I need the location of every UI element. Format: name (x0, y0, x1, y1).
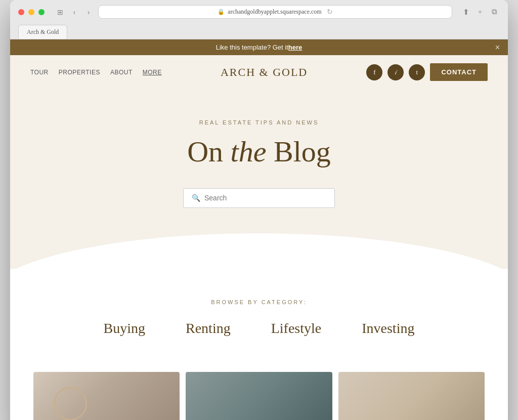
browser-window: ⊞ ‹ › 🔒 archandgoldbyapplet.squarespace.… (10, 0, 508, 420)
contact-button[interactable]: CONTACT (430, 63, 488, 81)
blog-image-1[interactable] (33, 372, 180, 420)
twitter-icon[interactable]: t (409, 64, 425, 80)
blog-image-3[interactable] (338, 372, 485, 420)
instagram-icon[interactable]: 𝑖 (387, 64, 404, 80)
refresh-icon[interactable]: ↻ (327, 8, 333, 16)
url-text: archandgoldbyapplet.squarespace.com (228, 8, 321, 16)
category-lifestyle[interactable]: Lifestyle (271, 320, 322, 337)
sidebar-toggle[interactable]: ⊞ (55, 7, 66, 18)
nav-more[interactable]: MORE (143, 69, 162, 76)
nav-links: TOUR PROPERTIES ABOUT MORE (30, 69, 162, 76)
lock-icon: 🔒 (218, 9, 225, 15)
search-input[interactable] (204, 194, 326, 202)
announcement-text: Like this template? Get it (216, 44, 288, 51)
categories-list: Buying Renting Lifestyle Investing (30, 320, 488, 337)
hero-title-plain2: Blog (266, 135, 330, 168)
close-button[interactable] (18, 9, 24, 15)
new-tab-icon[interactable]: + (474, 7, 486, 18)
minimize-button[interactable] (28, 9, 34, 15)
announcement-bar: Like this template? Get it here × (10, 39, 508, 55)
forward-button[interactable]: › (83, 7, 94, 18)
browser-chrome: ⊞ ‹ › 🔒 archandgoldbyapplet.squarespace.… (10, 0, 508, 39)
category-renting[interactable]: Renting (186, 320, 231, 337)
browse-label: BROWSE BY CATEGORY: (30, 299, 488, 305)
hero-title: On the Blog (30, 136, 488, 168)
hero-section: REAL ESTATE TIPS AND NEWS On the Blog 🔍 (10, 89, 508, 269)
announcement-link[interactable]: here (288, 44, 302, 51)
fullscreen-button[interactable] (38, 9, 45, 15)
website-content: Like this template? Get it here × TOUR P… (10, 39, 508, 420)
tabs-icon[interactable]: ⧉ (489, 7, 500, 18)
blog-images-row (10, 357, 508, 420)
share-icon[interactable]: ⬆ (460, 7, 471, 18)
search-icon: 🔍 (192, 194, 200, 202)
back-button[interactable]: ‹ (69, 7, 80, 18)
category-buying[interactable]: Buying (104, 320, 145, 337)
nav-about[interactable]: ABOUT (110, 69, 133, 76)
categories-section: BROWSE BY CATEGORY: Buying Renting Lifes… (10, 269, 508, 357)
category-investing[interactable]: Investing (362, 320, 414, 337)
browser-tab[interactable]: Arch & Gold (18, 25, 67, 39)
nav-right: f 𝑖 t CONTACT (366, 63, 488, 81)
hero-title-plain1: On (187, 135, 230, 168)
nav-properties[interactable]: PROPERTIES (59, 69, 100, 76)
nav-tour[interactable]: TOUR (30, 69, 49, 76)
facebook-icon[interactable]: f (366, 64, 382, 80)
hero-subtitle: REAL ESTATE TIPS AND NEWS (30, 119, 488, 125)
site-logo: ARCH & GOLD (221, 66, 308, 79)
hero-title-italic: the (231, 135, 267, 168)
site-nav: TOUR PROPERTIES ABOUT MORE ARCH & GOLD f… (10, 55, 508, 89)
blog-image-2[interactable] (186, 372, 332, 420)
address-bar[interactable]: 🔒 archandgoldbyapplet.squarespace.com ↻ (98, 5, 452, 19)
search-bar: 🔍 (183, 188, 335, 208)
announcement-close[interactable]: × (495, 43, 500, 52)
